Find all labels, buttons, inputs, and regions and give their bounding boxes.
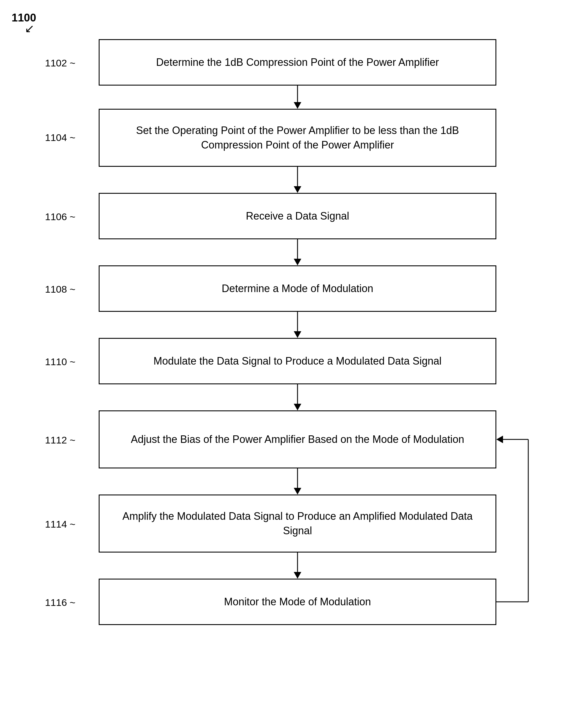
step-label-1106: 1106 ~ bbox=[45, 211, 75, 222]
figure-arrow: ↙ bbox=[25, 22, 35, 35]
step-label-1114: 1114 ~ bbox=[45, 519, 75, 530]
svg-marker-7 bbox=[294, 331, 301, 338]
flow-box-1112: Adjust the Bias of the Power Amplifier B… bbox=[99, 410, 496, 468]
flow-box-1106: Receive a Data Signal bbox=[99, 193, 496, 239]
step-label-1110: 1110 ~ bbox=[45, 356, 75, 367]
flow-box-1116: Monitor the Mode of Modulation bbox=[99, 579, 496, 625]
svg-marker-17 bbox=[496, 436, 503, 443]
step-label-1102: 1102 ~ bbox=[45, 57, 75, 69]
flow-box-1102: Determine the 1dB Compression Point of t… bbox=[99, 39, 496, 86]
step-label-1116: 1116 ~ bbox=[45, 597, 75, 608]
svg-marker-11 bbox=[294, 488, 301, 495]
svg-marker-3 bbox=[294, 186, 301, 193]
step-label-1112: 1112 ~ bbox=[45, 434, 75, 446]
flow-box-1104: Set the Operating Point of the Power Amp… bbox=[99, 109, 496, 167]
svg-marker-9 bbox=[294, 404, 301, 410]
step-label-1104: 1104 ~ bbox=[45, 132, 75, 143]
step-label-1108: 1108 ~ bbox=[45, 284, 75, 295]
svg-marker-5 bbox=[294, 259, 301, 265]
flow-box-1110: Modulate the Data Signal to Produce a Mo… bbox=[99, 338, 496, 384]
flow-box-1108: Determine a Mode of Modulation bbox=[99, 265, 496, 312]
svg-marker-1 bbox=[294, 102, 301, 109]
svg-marker-13 bbox=[294, 572, 301, 579]
flow-box-1114: Amplify the Modulated Data Signal to Pro… bbox=[99, 495, 496, 553]
diagram-container: 1100 ↙ 1102 ~Determine bbox=[0, 0, 566, 728]
